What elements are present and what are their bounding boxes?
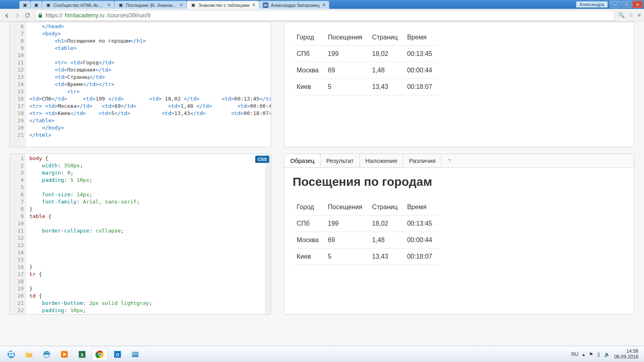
close-icon[interactable]: ✕ (107, 3, 111, 7)
tray-network-icon[interactable]: ▯ (597, 352, 600, 357)
css-gutter: 123456789101112131415161718192021222324 (10, 154, 26, 314)
tab-title: Знакомство с таблицами (198, 3, 250, 8)
tray-date: 06.09.2016 (614, 354, 638, 360)
scrollbar[interactable] (265, 154, 271, 314)
browser-tab-1[interactable]: ▣ (31, 1, 42, 9)
zoom-icon[interactable]: 🔍 (618, 12, 625, 18)
browser-titlebar: ▣ ▣ ▣ Сообщество HTML Acade ✕ ▣ Последни… (0, 0, 644, 9)
ie-icon[interactable] (39, 348, 55, 361)
system-tray: RU ▴ ⚑ ▯ 🔈 14:58 06.09.2016 (572, 349, 642, 359)
reload-button[interactable] (24, 12, 31, 19)
svg-text:X: X (80, 352, 84, 357)
window-maximize-button[interactable]: □ (621, 1, 632, 8)
tab-overlay[interactable]: Наложение (360, 154, 404, 167)
sample-table: ГородПосещенияСтраницВремяСПб19918,0200:… (293, 199, 438, 265)
css-code-area[interactable]: body { width: 350px; margin: 0; padding:… (26, 154, 265, 314)
photos-icon[interactable] (127, 348, 143, 361)
shield-icon: ▣ (45, 2, 51, 8)
window-close-button[interactable]: ✕ (632, 1, 643, 8)
url-host: htmlacademy.ru (65, 12, 105, 19)
window-controls: — □ ✕ (609, 0, 644, 9)
url-scheme: https:// (45, 12, 62, 19)
svg-text:O: O (116, 352, 120, 357)
vk-icon: вк (263, 2, 268, 8)
tray-lang[interactable]: RU (572, 352, 578, 357)
html-editor[interactable]: 6789101112131415161718192021 </head> <bo… (10, 22, 271, 147)
comparison-tabbar: Образец Результат Наложение Различия ? (285, 154, 634, 168)
comparison-panel: Образец Результат Наложение Различия ? П… (284, 154, 634, 315)
svg-point-11 (99, 353, 101, 356)
browser-toolbar: https://htmlacademy.ru/courses/39/run/9 … (0, 9, 644, 22)
browser-tab-4[interactable]: ▣ Знакомство с таблицами ✕ (187, 1, 259, 9)
css-editor[interactable]: 123456789101112131415161718192021222324 … (10, 154, 271, 314)
svg-rect-3 (9, 354, 11, 356)
forward-button[interactable] (14, 12, 20, 19)
chrome-user-chip[interactable]: Александра (576, 1, 608, 8)
tab-sample[interactable]: Образец (285, 154, 320, 167)
lock-icon (37, 12, 43, 18)
shield-icon: ▣ (34, 2, 38, 8)
close-icon[interactable]: ✕ (180, 3, 183, 7)
close-icon[interactable]: ✕ (322, 3, 326, 7)
tab-title: Последние §5. Знакомств (126, 3, 177, 8)
chrome-icon[interactable] (92, 348, 108, 361)
browser-tab-0[interactable]: ▣ (19, 1, 31, 9)
menu-icon[interactable]: ≡ (638, 12, 641, 18)
tray-volume-icon[interactable]: 🔈 (604, 352, 610, 357)
tab-title: Сообщество HTML Acade (54, 3, 105, 8)
shield-icon: ▣ (190, 2, 196, 8)
browser-tabs: ▣ ▣ ▣ Сообщество HTML Acade ✕ ▣ Последни… (0, 0, 576, 9)
html-gutter: 6789101112131415161718192021 (10, 22, 26, 147)
page-content: 6789101112131415161718192021 </head> <bo… (0, 22, 644, 346)
preview-table: ГородПосещенияСтраницВремяСПб19918,0200:… (293, 29, 438, 95)
star-icon[interactable]: ☆ (629, 12, 634, 18)
address-bar[interactable]: https://htmlacademy.ru/courses/39/run/9 (35, 10, 614, 21)
shield-icon: ▣ (118, 2, 124, 8)
browser-tab-5[interactable]: вк Александра Запорожец ✕ (259, 1, 329, 9)
outlook-icon[interactable]: O (109, 348, 126, 361)
css-badge: CSS (255, 156, 269, 163)
svg-rect-1 (9, 352, 11, 354)
sample-preview: Посещения по городам ГородПосещенияСтран… (285, 168, 634, 314)
html-code-area[interactable]: </head> <body> <h1>Посещения по городам<… (26, 22, 271, 147)
window-minimize-button[interactable]: — (610, 1, 620, 8)
result-preview-panel: ГородПосещенияСтраницВремяСПб19918,0200:… (284, 22, 634, 147)
preview-heading: Посещения по городам (293, 175, 626, 189)
excel-icon[interactable]: X (74, 348, 90, 361)
tab-result[interactable]: Результат (320, 154, 359, 167)
start-button[interactable] (3, 348, 19, 361)
shield-icon: ▣ (23, 2, 27, 8)
tray-flag-icon[interactable]: ⚑ (589, 352, 593, 357)
browser-tab-2[interactable]: ▣ Сообщество HTML Acade ✕ (42, 1, 114, 9)
css-editor-panel: CSS 123456789101112131415161718192021222… (10, 154, 271, 315)
svg-point-15 (133, 353, 135, 355)
svg-rect-2 (11, 351, 14, 353)
tab-diff[interactable]: Различия (403, 154, 442, 167)
url-path: /courses/39/run/9 (107, 12, 151, 19)
browser-tab-3[interactable]: ▣ Последние §5. Знакомств ✕ (114, 1, 187, 9)
help-icon[interactable]: ? (444, 158, 455, 164)
tab-title: Александра Запорожец (271, 3, 320, 8)
back-button[interactable] (3, 12, 10, 19)
media-player-icon[interactable] (56, 348, 72, 361)
close-icon[interactable]: ✕ (252, 3, 256, 7)
svg-rect-4 (11, 354, 14, 356)
html-editor-panel: 6789101112131415161718192021 </head> <bo… (10, 22, 271, 147)
tray-clock[interactable]: 14:58 06.09.2016 (614, 349, 638, 359)
tray-time: 14:58 (626, 349, 638, 354)
tray-chevron-icon[interactable]: ▴ (582, 352, 585, 357)
windows-taskbar: X O RU ▴ ⚑ ▯ 🔈 14:58 06.09.2016 (0, 346, 644, 362)
explorer-icon[interactable] (21, 348, 37, 361)
